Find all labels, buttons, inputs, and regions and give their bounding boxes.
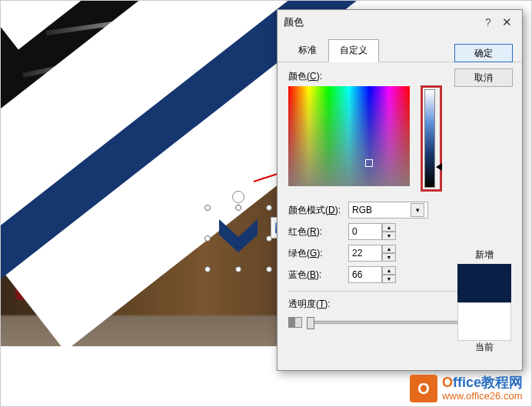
selected-shape[interactable]: [208, 208, 269, 269]
luminance-slider[interactable]: [424, 89, 435, 188]
dialog-buttons: 确定 取消: [454, 44, 513, 93]
green-input[interactable]: [348, 245, 382, 262]
combo-value: RGB: [352, 205, 372, 215]
green-label: 绿色(G):: [288, 247, 348, 260]
luminance-highlight: [421, 85, 442, 192]
red-input[interactable]: [348, 223, 382, 240]
resize-handle[interactable]: [235, 266, 241, 272]
resize-handle[interactable]: [204, 205, 211, 211]
blue-label: 蓝色(B):: [288, 269, 348, 282]
watermark-text: Office教程网 www.office26.com: [442, 375, 523, 402]
watermark: O Office教程网 www.office26.com: [410, 375, 523, 402]
tab-custom[interactable]: 自定义: [328, 39, 379, 62]
model-label: 颜色模式(D):: [288, 204, 348, 217]
resize-handle[interactable]: [204, 235, 211, 242]
red-label: 红色(R):: [288, 225, 348, 239]
transparency-slider[interactable]: [307, 321, 459, 324]
dialog-title: 颜色: [284, 15, 479, 29]
blue-spinner: ▲ ▼: [348, 266, 396, 283]
chevron-down-icon[interactable]: ▾: [411, 203, 424, 217]
close-button[interactable]: ✕: [497, 15, 516, 29]
slider-thumb[interactable]: [307, 317, 314, 329]
dialog-titlebar[interactable]: 颜色 ? ✕: [278, 10, 522, 35]
current-color-swatch: [457, 302, 511, 341]
color-dialog: 颜色 ? ✕ 标准 自定义 确定 取消 颜色(C): 颜色模式(D): RGB …: [277, 9, 523, 371]
transparency-icon: [288, 317, 302, 328]
spin-up-icon[interactable]: ▲: [382, 266, 396, 275]
resize-handle[interactable]: [204, 266, 211, 272]
color-model-row: 颜色模式(D): RGB ▾: [288, 202, 511, 219]
color-preview: 新增 当前: [457, 249, 511, 356]
blue-input[interactable]: [348, 266, 382, 283]
spin-down-icon[interactable]: ▼: [382, 253, 396, 262]
cancel-button[interactable]: 取消: [454, 68, 513, 87]
resize-handle[interactable]: [266, 205, 272, 211]
red-row: 红色(R): ▲ ▼: [288, 223, 511, 240]
luminance-pointer-icon[interactable]: [436, 163, 442, 171]
chevron-down-shape[interactable]: [215, 215, 261, 262]
spin-up-icon[interactable]: ▲: [382, 223, 396, 232]
spin-down-icon[interactable]: ▼: [382, 275, 396, 283]
rotate-handle-icon[interactable]: [232, 191, 244, 203]
current-label: 当前: [457, 341, 511, 354]
color-field[interactable]: [288, 86, 410, 186]
watermark-brand: Office教程网: [442, 375, 523, 391]
color-model-combo[interactable]: RGB ▾: [348, 202, 428, 219]
resize-handle[interactable]: [235, 205, 241, 211]
svg-marker-0: [219, 219, 258, 252]
new-label: 新增: [457, 249, 511, 262]
tab-standard[interactable]: 标准: [287, 39, 328, 62]
green-spinner: ▲ ▼: [348, 245, 396, 262]
color-cursor[interactable]: [365, 159, 373, 167]
help-button[interactable]: ?: [479, 16, 497, 28]
resize-handle[interactable]: [266, 266, 272, 272]
ok-button[interactable]: 确定: [454, 44, 513, 62]
new-color-swatch: [457, 264, 511, 302]
watermark-logo-icon: O: [410, 375, 437, 402]
spin-up-icon[interactable]: ▲: [382, 245, 396, 253]
spin-down-icon[interactable]: ▼: [382, 232, 396, 240]
red-spinner: ▲ ▼: [348, 223, 396, 240]
watermark-url: www.office26.com: [442, 391, 523, 402]
